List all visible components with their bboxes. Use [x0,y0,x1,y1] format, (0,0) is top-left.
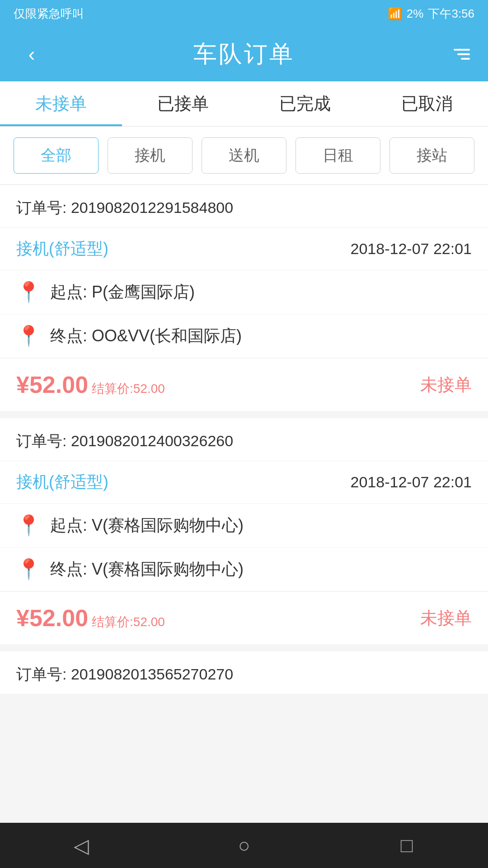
end-location-icon: 📍 [16,324,41,348]
end-location-icon: 📍 [16,557,41,581]
app-header: ‹ 车队订单 [0,27,488,81]
order-type-label: 接机(舒适型) [16,238,108,260]
order-end-location: 📍 终点: V(赛格国际购物中心) [0,547,488,591]
recent-nav-icon: □ [401,834,413,857]
start-location-icon: 📍 [16,514,41,537]
page-title: 车队订单 [193,38,295,70]
order-datetime: 2018-12-07 22:01 [351,240,472,258]
start-location-text: 起点: P(金鹰国际店) [50,281,195,303]
order-status-badge: 未接单 [420,607,472,630]
start-location-icon: 📍 [16,280,41,304]
tab-pending[interactable]: 未接单 [0,81,122,126]
filter-bar: 全部 接机 送机 日租 接站 [0,127,488,185]
home-nav-icon: ○ [238,834,250,857]
battery-indicator: 2% [407,7,424,21]
order-price: ¥52.00 [16,604,88,632]
order-price-sub: 结算价:52.00 [92,613,165,631]
tab-bar: 未接单 已接单 已完成 已取消 [0,81,488,127]
end-location-text: 终点: OO&VV(长和国际店) [50,325,242,347]
order-list: 订单号: 2019082012291584800 接机(舒适型) 2018-12… [0,185,488,694]
order-number: 订单号: 2019082012400326260 [0,418,488,461]
filter-all[interactable]: 全部 [14,137,99,174]
order-card[interactable]: 订单号: 2019082013565270270 [0,651,488,694]
status-bar: 仅限紧急呼叫 📶 2% 下午3:56 [0,0,488,27]
order-datetime: 2018-12-07 22:01 [351,473,472,491]
order-start-location: 📍 起点: P(金鹰国际店) [0,270,488,314]
filter-dropoff[interactable]: 送机 [202,137,286,174]
time-display: 下午3:56 [428,6,474,22]
price-area: ¥52.00 结算价:52.00 [16,604,165,632]
order-number: 订单号: 2019082012291584800 [0,185,488,228]
order-status-badge: 未接单 [420,373,472,396]
bottom-navigation: ◁ ○ □ [0,823,488,868]
order-footer: ¥52.00 结算价:52.00 未接单 [0,358,488,411]
wifi-icon: 📶 [388,7,402,21]
order-price-sub: 结算价:52.00 [92,380,165,397]
order-card[interactable]: 订单号: 2019082012291584800 接机(舒适型) 2018-12… [0,185,488,411]
back-nav-icon: ◁ [74,834,89,857]
tab-cancelled[interactable]: 已取消 [366,81,488,126]
order-footer: ¥52.00 结算价:52.00 未接单 [0,591,488,644]
start-location-text: 起点: V(赛格国际购物中心) [50,514,244,537]
status-emergency: 仅限紧急呼叫 [14,6,84,22]
order-type-row: 接机(舒适型) 2018-12-07 22:01 [0,461,488,504]
status-right: 📶 2% 下午3:56 [388,6,474,22]
nav-home-button[interactable]: ○ [226,827,262,863]
tab-completed[interactable]: 已完成 [244,81,366,126]
order-type-row: 接机(舒适型) 2018-12-07 22:01 [0,228,488,270]
filter-station[interactable]: 接站 [389,137,474,174]
order-card[interactable]: 订单号: 2019082012400326260 接机(舒适型) 2018-12… [0,418,488,644]
filter-pickup[interactable]: 接机 [108,137,192,174]
order-start-location: 📍 起点: V(赛格国际购物中心) [0,504,488,547]
nav-back-button[interactable]: ◁ [63,827,99,863]
order-price: ¥52.00 [16,371,88,398]
sort-icon [443,49,470,60]
filter-daily[interactable]: 日租 [296,137,380,174]
end-location-text: 终点: V(赛格国际购物中心) [50,558,244,580]
order-type-label: 接机(舒适型) [16,471,108,493]
back-button[interactable]: ‹ [18,43,45,66]
order-end-location: 📍 终点: OO&VV(长和国际店) [0,314,488,358]
sort-button[interactable] [443,49,470,60]
order-number: 订单号: 2019082013565270270 [0,651,488,694]
price-area: ¥52.00 结算价:52.00 [16,371,165,398]
tab-accepted[interactable]: 已接单 [122,81,244,126]
nav-recent-button[interactable]: □ [389,827,425,863]
